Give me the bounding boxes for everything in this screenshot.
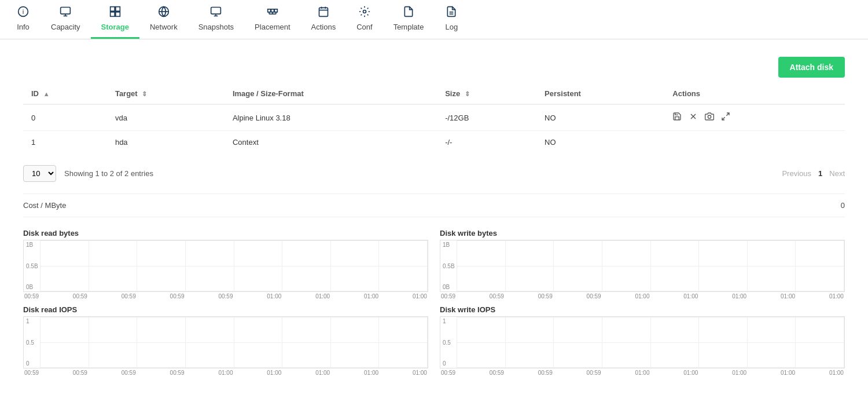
resize-disk-icon[interactable] — [721, 112, 730, 123]
tab-label-conf: Conf — [356, 23, 372, 31]
tab-info[interactable]: iInfo — [6, 0, 41, 39]
x-label: 01:00 — [732, 293, 746, 300]
chart-title: Disk write IOPS — [440, 305, 845, 314]
cell-actions — [664, 104, 845, 131]
x-label: 01:00 — [413, 370, 427, 376]
chart-area: 1B 0.5B 0B — [23, 240, 428, 292]
svg-line-32 — [722, 117, 725, 120]
x-label: 01:00 — [267, 293, 281, 300]
snapshot-disk-icon[interactable] — [705, 112, 714, 123]
svg-point-25 — [363, 10, 366, 13]
x-label: 01:00 — [315, 293, 330, 300]
y-max: 1B — [443, 242, 455, 248]
col-image: Image / Size-Format — [225, 83, 437, 104]
y-max: 1 — [26, 318, 34, 324]
page-size-select[interactable]: 10 25 50 — [23, 165, 56, 182]
x-label: 01:00 — [732, 370, 746, 376]
sort-id-icon[interactable]: ▲ — [43, 90, 50, 97]
chart-container: Disk read IOPS 1 0.5 0 00:5900:5900:5900… — [23, 305, 428, 376]
svg-rect-11 — [211, 8, 221, 14]
x-label: 01:00 — [218, 370, 233, 376]
x-label: 01:00 — [315, 370, 330, 376]
cell-actions — [664, 131, 845, 154]
x-label: 00:59 — [73, 370, 87, 376]
x-label: 00:59 — [538, 370, 553, 376]
y-min: 0 — [26, 360, 34, 367]
actions-icon — [318, 6, 329, 20]
conf-icon — [359, 6, 370, 20]
svg-rect-8 — [116, 12, 120, 17]
save-disk-icon[interactable] — [672, 112, 682, 123]
cost-row: Cost / MByte 0 — [23, 193, 845, 217]
prev-page-button[interactable]: Previous — [782, 169, 811, 178]
col-size: Size ⇕ — [437, 83, 536, 104]
chart-container: Disk read bytes 1B 0.5B 0B 00:5900:5900:… — [23, 229, 428, 300]
tab-label-storage: Storage — [101, 23, 129, 31]
x-label: 01:00 — [781, 293, 795, 300]
table-header: ID ▲ Target ⇕ Image / Size-Format Size ⇕… — [23, 83, 845, 104]
tab-template[interactable]: Template — [383, 0, 435, 39]
nav-tabs: iInfoCapacityStorageNetworkSnapshotsPlac… — [0, 0, 868, 39]
tab-placement[interactable]: Placement — [244, 0, 300, 39]
tab-log[interactable]: Log — [434, 0, 469, 39]
cost-value: 0 — [841, 201, 845, 210]
x-label: 00:59 — [170, 293, 185, 300]
attach-disk-button[interactable]: Attach disk — [778, 57, 845, 78]
x-label: 00:59 — [122, 293, 136, 300]
tab-conf[interactable]: Conf — [346, 0, 382, 39]
y-max: 1B — [26, 242, 38, 248]
x-label: 00:59 — [490, 370, 504, 376]
tab-network[interactable]: Network — [139, 0, 188, 39]
cell-target: hda — [107, 131, 225, 154]
next-page-button[interactable]: Next — [829, 169, 845, 178]
y-mid: 0.5B — [26, 263, 38, 269]
x-label: 00:59 — [170, 370, 185, 376]
chart-area: 1B 0.5B 0B — [440, 240, 845, 292]
charts-section: Disk read bytes 1B 0.5B 0B 00:5900:5900:… — [23, 229, 845, 376]
svg-rect-16 — [274, 9, 277, 12]
x-label: 01:00 — [829, 293, 844, 300]
x-label: 01:00 — [829, 370, 844, 376]
col-target: Target ⇕ — [107, 83, 225, 104]
x-label: 00:59 — [587, 370, 601, 376]
x-label: 01:00 — [364, 293, 378, 300]
x-label: 00:59 — [24, 293, 39, 300]
x-label: 00:59 — [441, 370, 455, 376]
main-content: Attach disk ID ▲ Target ⇕ Image / Size-F… — [0, 39, 868, 393]
y-mid: 0.5 — [26, 339, 34, 346]
x-label: 01:00 — [635, 370, 649, 376]
capacity-icon — [60, 6, 71, 20]
sort-target-icon[interactable]: ⇕ — [142, 90, 147, 98]
x-label: 00:59 — [73, 293, 87, 300]
tab-label-capacity: Capacity — [51, 23, 80, 31]
tab-snapshots[interactable]: Snapshots — [188, 0, 244, 39]
charts-row-2: Disk read IOPS 1 0.5 0 00:5900:5900:5900… — [23, 305, 845, 376]
svg-text:i: i — [23, 8, 24, 15]
x-label: 00:59 — [441, 293, 455, 300]
col-id: ID ▲ — [23, 83, 107, 104]
pagination-info: Showing 1 to 2 of 2 entries — [64, 169, 153, 178]
x-label: 01:00 — [683, 293, 698, 300]
svg-rect-14 — [267, 9, 270, 12]
tab-label-info: Info — [17, 23, 30, 31]
y-min: 0B — [26, 284, 38, 290]
template-icon — [403, 6, 414, 20]
tab-actions[interactable]: Actions — [301, 0, 347, 39]
tab-capacity[interactable]: Capacity — [41, 0, 91, 39]
sort-size-icon[interactable]: ⇕ — [465, 90, 470, 98]
x-label: 01:00 — [683, 370, 698, 376]
log-icon — [446, 6, 457, 20]
svg-line-31 — [727, 113, 730, 116]
tab-storage[interactable]: Storage — [91, 0, 139, 39]
chart-area: 1 0.5 0 — [23, 316, 428, 368]
x-label: 01:00 — [364, 370, 378, 376]
delete-disk-icon[interactable] — [689, 112, 698, 123]
svg-rect-21 — [319, 8, 328, 16]
current-page: 1 — [818, 169, 822, 178]
x-label: 00:59 — [218, 293, 233, 300]
x-label: 00:59 — [24, 370, 39, 376]
pagination-nav: Previous 1 Next — [782, 169, 845, 178]
y-mid: 0.5B — [443, 263, 455, 269]
svg-rect-5 — [110, 7, 115, 12]
snapshots-icon — [210, 6, 222, 20]
